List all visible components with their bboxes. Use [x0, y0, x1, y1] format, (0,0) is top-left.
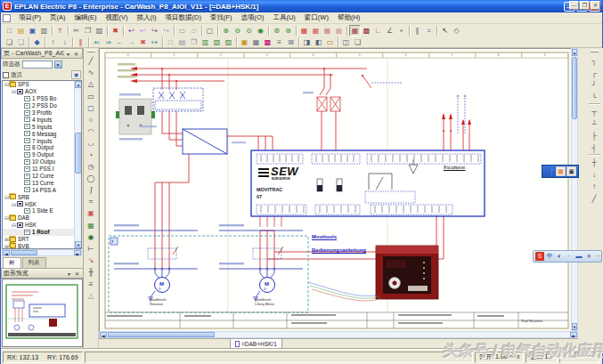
floating-toolbar-grip[interactable]: ⋮ [549, 166, 555, 176]
ime-halfwidth-icon[interactable]: ◐ [555, 252, 564, 261]
dimension-diagonal-button[interactable]: ↘ [85, 254, 98, 265]
tab-tree[interactable]: 树 [3, 257, 21, 268]
ime-chinese-mode-icon[interactable]: 中 [545, 252, 554, 261]
dimension-linear-button[interactable]: ⊢ [85, 242, 98, 254]
draw-circle-button[interactable]: ○ [85, 113, 98, 125]
reports-button[interactable]: ≡ [273, 36, 285, 48]
insert-image-button[interactable]: ▦ [85, 219, 98, 231]
panel-close-icon[interactable]: ✕ [72, 50, 80, 58]
print-button[interactable]: ▥ [38, 25, 50, 36]
insert-cable-button[interactable]: ▥ [200, 36, 211, 48]
panel-collapse-icon[interactable]: ▾ [65, 270, 73, 278]
break-point-button[interactable]: ╱ [587, 192, 601, 205]
canvas-hscroll-thumb[interactable] [108, 332, 215, 337]
ime-user-icon[interactable]: ■ [584, 252, 593, 261]
insert-shield-button[interactable]: ▧ [211, 36, 223, 48]
scroll-left-icon[interactable]: ◀ [3, 250, 10, 255]
settings-wrench-button[interactable]: T [54, 25, 66, 36]
child-restore-button[interactable]: ❐ [580, 1, 590, 10]
redo-button[interactable]: ↪ [149, 25, 160, 36]
coordinates-button[interactable]: + [395, 25, 407, 36]
goto-target-button[interactable]: ⇒ [102, 36, 114, 48]
t-node-left-button[interactable]: ┤ [587, 142, 601, 154]
menu-find[interactable]: 查找(F) [206, 12, 237, 23]
scroll-right-icon[interactable]: ▶ [570, 332, 577, 337]
align-horizontal-button[interactable]: ∥ [412, 25, 423, 36]
connection-point-button[interactable]: ↑ [587, 180, 601, 192]
undo-button[interactable]: ↩ [126, 25, 137, 36]
symbol-macro-button[interactable]: ▦ [250, 36, 262, 48]
snap-grid-button[interactable]: ▩ [361, 25, 372, 36]
dimension-continued-button[interactable]: ╫ [85, 265, 98, 277]
ime-punctuation-icon[interactable]: · [565, 252, 574, 261]
schematic-canvas[interactable]: M3~ M3~ [99, 48, 571, 331]
tree-item-page[interactable]: 1 Side E [3, 207, 74, 214]
zoom-window-button[interactable]: ◉ [255, 25, 266, 36]
filter-active-checkbox[interactable] [3, 72, 9, 78]
tree-horizontal-scrollbar[interactable]: ◀ ▶ [2, 249, 82, 256]
grid-c-button[interactable]: ▦ [322, 25, 333, 36]
goto-counterpart-button[interactable]: ↦ [149, 36, 160, 48]
menu-edit[interactable]: 编辑(E) [70, 12, 102, 23]
draw-rectangle-button[interactable]: ▭ [85, 90, 98, 101]
tree-item-page[interactable]: 2 PSS Do [3, 102, 74, 109]
save-button[interactable]: ▣ [27, 25, 38, 36]
toolbar-grip[interactable] [87, 50, 95, 53]
menu-utilities[interactable]: 工具(U) [268, 12, 299, 23]
t-node-up-button[interactable]: ┴ [587, 117, 601, 130]
canvas-horizontal-scrollbar[interactable]: ◀ ▶ [99, 331, 578, 338]
insert-device-button[interactable]: ▤ [176, 36, 188, 48]
cross-node-button[interactable]: ┼ [587, 156, 601, 168]
interruption-point-button[interactable]: ↓ [587, 168, 601, 181]
tree-item-srt[interactable]: ⊞ SRT [3, 236, 74, 243]
insert-bus-button[interactable]: ▨ [223, 36, 234, 48]
scroll-right-icon[interactable]: ▶ [74, 250, 81, 255]
page-new-button[interactable]: ❏ [15, 36, 27, 48]
ime-settings-wrench-icon[interactable]: ⌐ [594, 252, 603, 261]
canvas-vscroll-thumb[interactable] [572, 57, 577, 119]
open-button[interactable]: ▤ [15, 25, 27, 36]
tree-item-page[interactable]: 7 Inputs [3, 137, 74, 144]
copy-button[interactable]: ❐ [82, 25, 94, 36]
draw-spline-button[interactable]: ∫ [85, 183, 98, 195]
tree-expander-icon[interactable]: ⊟ [11, 88, 17, 94]
align-vertical-button[interactable]: = [423, 25, 435, 36]
labeling-button[interactable]: ⊞ [285, 36, 297, 48]
tree-item-page[interactable]: 14 PSS A [3, 186, 74, 193]
tree-expander-icon[interactable]: ⊟ [4, 214, 10, 221]
page-up-button[interactable]: ↑ [47, 36, 59, 48]
manual-link[interactable]: Bedienungsanleitung [312, 247, 366, 253]
panel-close-icon[interactable]: ✕ [73, 270, 81, 278]
angle-down-right-button[interactable]: ┌ [587, 67, 601, 79]
draw-arc-upper-button[interactable]: ◠ [85, 125, 98, 136]
tree-expander-icon[interactable]: ⊟ [4, 194, 10, 200]
insert-symbol-button[interactable]: □ [165, 36, 176, 48]
parameter-link[interactable]: Parameter [444, 165, 465, 170]
t-node-down-button[interactable]: ┬ [587, 105, 601, 117]
tree-item-page[interactable]: 6 Messag [3, 130, 74, 137]
page-down-button[interactable]: ↓ [59, 36, 70, 48]
scroll-up-icon[interactable]: ▲ [75, 81, 82, 88]
view-next-button[interactable]: ⊛ [282, 25, 294, 36]
select-area-button[interactable]: ◇ [451, 25, 462, 36]
goto-source-button[interactable]: ⇐ [91, 36, 102, 48]
workspace-button[interactable]: ▢ [204, 25, 216, 36]
mini-navigator-button[interactable]: ▦ [556, 166, 566, 176]
delete-button[interactable]: ✖ [110, 25, 121, 36]
insert-terminal-button[interactable]: ❐ [188, 36, 200, 48]
tree-item-page[interactable]: 12 Curre [3, 173, 74, 180]
menu-help[interactable]: 帮助(H) [333, 12, 364, 23]
tree-item-page-roof[interactable]: 1 Roof [3, 229, 74, 236]
tab-list[interactable]: 列表 [22, 257, 46, 268]
mini-page-button[interactable]: ▣ [566, 166, 576, 176]
tree-expander-icon[interactable]: ⊟ [4, 81, 10, 87]
macro-edit-button[interactable]: ▭ [324, 36, 336, 48]
tree-item-page[interactable]: 1 PSS Bo [3, 95, 74, 102]
toolbar-grip[interactable] [591, 50, 599, 53]
menu-page[interactable]: 页(A) [45, 12, 70, 23]
menu-project[interactable]: 项目(P) [14, 12, 45, 23]
tree-expander-icon[interactable]: ⊞ [4, 243, 10, 248]
new-button[interactable]: □ [4, 25, 15, 36]
menu-project-data[interactable]: 项目数据(D) [161, 12, 206, 23]
tree-expander-icon[interactable]: ⊟ [11, 222, 17, 228]
